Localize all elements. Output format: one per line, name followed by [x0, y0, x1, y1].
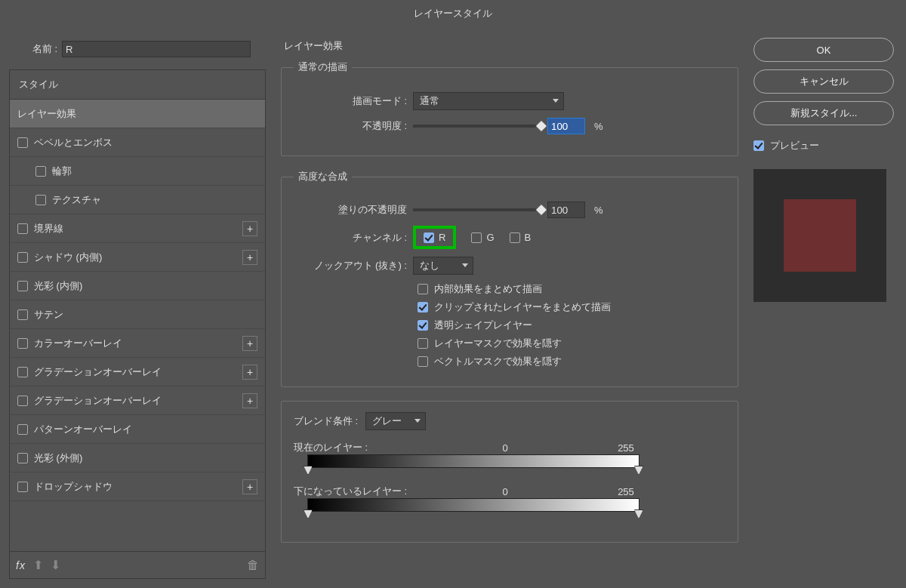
add-effect-button[interactable]: + [242, 250, 257, 265]
adv-check-3[interactable] [418, 338, 428, 349]
move-down-icon[interactable]: ⬇ [51, 558, 60, 572]
add-effect-button[interactable]: + [242, 365, 257, 380]
style-item-label: ベベルとエンボス [34, 136, 112, 149]
style-item-1[interactable]: ベベルとエンボス [10, 128, 265, 157]
fill-opacity-pct: % [594, 205, 603, 216]
blend-if-channel-select[interactable]: グレー [365, 412, 426, 430]
opacity-pct: % [594, 121, 603, 132]
add-effect-button[interactable]: + [242, 393, 257, 408]
channel-b-label: B [525, 232, 532, 243]
style-item-checkbox[interactable] [17, 338, 28, 349]
chevron-down-icon [414, 419, 421, 423]
chevron-down-icon [462, 263, 468, 267]
under-layer-high-handle[interactable] [634, 509, 643, 519]
opacity-slider[interactable] [413, 125, 541, 128]
this-layer-high-handle[interactable] [634, 466, 643, 475]
adv-check-0[interactable] [418, 284, 428, 294]
style-item-6[interactable]: 光彩 (内側) [10, 272, 265, 300]
adv-check-4[interactable] [418, 356, 428, 367]
style-item-2[interactable]: 輪郭 [10, 157, 265, 186]
preview-checkbox[interactable] [753, 140, 764, 151]
move-up-icon[interactable]: ⬆ [33, 558, 43, 572]
style-item-label: テクスチャ [52, 193, 101, 207]
style-item-checkbox[interactable] [17, 137, 28, 148]
style-item-label: パターンオーバーレイ [34, 423, 132, 436]
style-item-8[interactable]: カラーオーバーレイ+ [10, 329, 265, 358]
adv-check-row-1: クリップされたレイヤーをまとめて描画 [418, 300, 726, 314]
style-item-checkbox[interactable] [17, 252, 28, 263]
normal-blend-title: 通常の描画 [294, 60, 352, 74]
style-item-checkbox[interactable] [17, 424, 28, 435]
ok-button[interactable]: OK [753, 38, 894, 62]
new-style-button[interactable]: 新規スタイル... [753, 101, 894, 125]
adv-check-row-0: 内部効果をまとめて描画 [418, 282, 726, 296]
blend-mode-label: 描画モード : [294, 94, 407, 108]
add-effect-button[interactable]: + [242, 336, 257, 351]
channel-g-checkbox[interactable] [471, 232, 482, 243]
style-item-10[interactable]: グラデーションオーバーレイ+ [10, 386, 265, 415]
adv-check-label-3: レイヤーマスクで効果を隠す [434, 337, 562, 350]
style-item-checkbox[interactable] [17, 482, 28, 492]
name-label: 名前 : [12, 42, 57, 56]
section-title: レイヤー効果 [284, 39, 738, 53]
preview-swatch [784, 199, 856, 272]
adv-check-row-2: 透明シェイプレイヤー [418, 319, 726, 332]
this-layer-gradient[interactable] [307, 454, 639, 468]
name-input[interactable] [62, 41, 251, 57]
this-layer-high: 255 [611, 442, 641, 454]
channel-r-label: R [439, 232, 445, 243]
fill-opacity-input[interactable] [547, 202, 585, 218]
style-item-7[interactable]: サテン [10, 300, 265, 329]
style-item-checkbox[interactable] [17, 281, 28, 291]
style-item-4[interactable]: 境界線+ [10, 214, 265, 243]
style-item-11[interactable]: パターンオーバーレイ [10, 415, 265, 444]
cancel-button[interactable]: キャンセル [753, 69, 894, 94]
style-item-label: グラデーションオーバーレイ [34, 394, 162, 408]
style-item-label: シャドウ (内側) [34, 251, 102, 264]
fx-menu[interactable]: fx [16, 559, 26, 571]
style-item-checkbox[interactable] [17, 309, 28, 320]
style-item-5[interactable]: シャドウ (内側)+ [10, 243, 265, 272]
under-layer-low: 0 [490, 486, 520, 497]
layer-style-dialog: レイヤースタイル 名前 : スタイル レイヤー効果ベベルとエンボス輪郭テクスチャ… [0, 0, 906, 588]
adv-check-2[interactable] [418, 320, 428, 331]
styles-header: スタイル [10, 70, 265, 100]
adv-check-row-4: ベクトルマスクで効果を隠す [418, 355, 726, 368]
styles-footer: fx ⬆ ⬇ 🗑 [10, 551, 265, 578]
adv-check-row-3: レイヤーマスクで効果を隠す [418, 337, 726, 350]
style-item-checkbox[interactable] [17, 367, 28, 377]
adv-check-1[interactable] [418, 302, 428, 312]
adv-check-label-4: ベクトルマスクで効果を隠す [434, 355, 562, 368]
style-item-checkbox[interactable] [17, 453, 28, 463]
under-layer-label: 下になっているレイヤー : [294, 485, 460, 498]
knockout-select[interactable]: なし [413, 257, 473, 275]
channel-g-label: G [486, 232, 494, 243]
style-item-label: 光彩 (内側) [34, 279, 82, 293]
blend-if-channel-value: グレー [372, 414, 402, 428]
style-item-checkbox[interactable] [17, 396, 28, 406]
effect-settings-panel: レイヤー効果 通常の描画 描画モード : 通常 不透明度 : % [275, 33, 744, 579]
blend-mode-select[interactable]: 通常 [413, 92, 564, 110]
channel-b-checkbox[interactable] [510, 232, 520, 243]
fill-opacity-slider[interactable] [413, 208, 541, 211]
style-item-checkbox[interactable] [35, 195, 46, 205]
style-item-0[interactable]: レイヤー効果 [10, 100, 265, 128]
under-layer-high: 255 [611, 486, 641, 497]
trash-icon[interactable]: 🗑 [247, 559, 259, 572]
under-layer-low-handle[interactable] [304, 509, 313, 519]
fill-opacity-label: 塗りの不透明度 [294, 203, 407, 217]
under-layer-gradient[interactable] [307, 498, 639, 512]
channel-r-checkbox[interactable] [424, 232, 434, 243]
opacity-input[interactable] [547, 118, 585, 134]
style-item-checkbox[interactable] [17, 223, 28, 234]
style-item-9[interactable]: グラデーションオーバーレイ+ [10, 358, 265, 386]
style-item-3[interactable]: テクスチャ [10, 186, 265, 214]
adv-check-label-2: 透明シェイプレイヤー [434, 319, 532, 332]
style-item-12[interactable]: 光彩 (外側) [10, 444, 265, 473]
style-item-checkbox[interactable] [35, 166, 46, 177]
add-effect-button[interactable]: + [242, 479, 257, 494]
this-layer-low-handle[interactable] [304, 466, 313, 475]
style-item-label: レイヤー効果 [17, 107, 76, 121]
style-item-13[interactable]: ドロップシャドウ+ [10, 473, 265, 501]
add-effect-button[interactable]: + [242, 221, 257, 236]
